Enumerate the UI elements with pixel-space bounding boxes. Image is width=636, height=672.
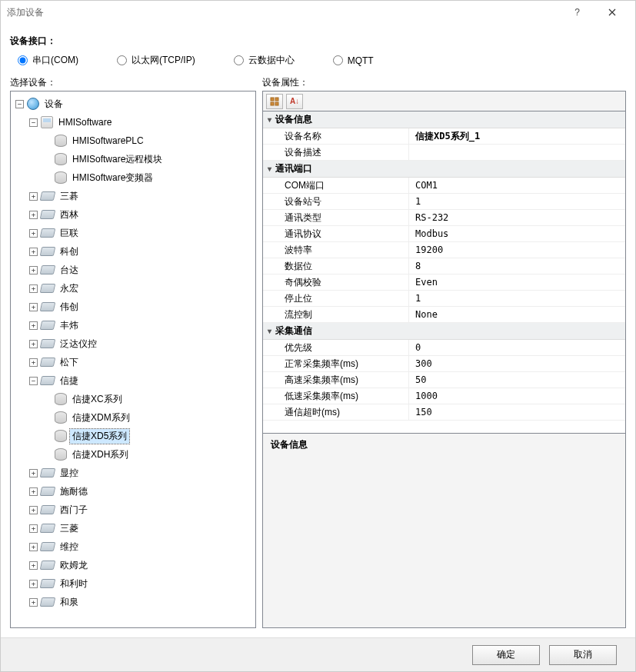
property-row[interactable]: 高速采集频率(ms)50 — [263, 372, 625, 388]
property-row[interactable]: 优先级0 — [263, 340, 625, 356]
tree-vendor[interactable]: +伟创 — [12, 298, 254, 316]
expand-icon[interactable]: + — [29, 524, 38, 533]
expand-icon[interactable]: + — [29, 321, 38, 330]
expand-icon[interactable]: + — [29, 580, 38, 588]
radio-com-input[interactable] — [18, 55, 28, 65]
expand-icon[interactable]: + — [29, 248, 38, 256]
property-value[interactable]: Even — [409, 277, 625, 288]
property-value[interactable]: Modbus — [409, 228, 625, 239]
property-value[interactable]: 0 — [409, 342, 625, 353]
tree-vendor[interactable]: +西门子 — [12, 501, 254, 519]
expand-icon[interactable]: + — [29, 469, 38, 477]
property-row[interactable]: 设备站号1 — [263, 194, 625, 210]
alphabetical-button[interactable]: A↓ — [286, 94, 303, 109]
tree-xinje-child[interactable]: 信捷XD5系列 — [12, 427, 254, 445]
tree-vendor[interactable]: +三菱 — [12, 519, 254, 537]
help-button[interactable]: ? — [560, 1, 594, 24]
category-device-info[interactable]: ▾设备信息 — [263, 111, 625, 128]
chevron-down-icon[interactable]: ▾ — [263, 165, 275, 173]
ok-button[interactable]: 确定 — [472, 645, 540, 665]
tree-hmi[interactable]: −HMISoftware — [12, 113, 254, 131]
tree-xinje-child[interactable]: 信捷XDH系列 — [12, 445, 254, 464]
tree-vendor[interactable]: +施耐德 — [12, 482, 254, 501]
expand-icon[interactable]: + — [29, 543, 38, 551]
expand-icon[interactable]: + — [29, 284, 38, 293]
tree-vendor[interactable]: +巨联 — [12, 224, 254, 242]
tree-xinje[interactable]: −信捷 — [12, 371, 254, 390]
tree-vendor[interactable]: +松下 — [12, 353, 254, 371]
tree-vendor[interactable]: +泛达仪控 — [12, 334, 254, 353]
property-row[interactable]: 通讯类型RS-232 — [263, 210, 625, 226]
tree-vendor[interactable]: +三碁 — [12, 187, 254, 205]
property-row[interactable]: COM端口COM1 — [263, 178, 625, 194]
expand-icon[interactable]: + — [29, 303, 38, 311]
collapse-icon[interactable]: − — [29, 118, 38, 127]
property-value[interactable]: RS-232 — [409, 212, 625, 223]
property-value[interactable]: 1000 — [409, 391, 625, 401]
radio-tcp-input[interactable] — [117, 55, 127, 65]
radio-cloud[interactable]: 云数据中心 — [234, 54, 295, 67]
property-value[interactable]: 1 — [409, 196, 625, 207]
tree-vendor[interactable]: +永宏 — [12, 279, 254, 298]
property-row[interactable]: 流控制None — [263, 307, 625, 323]
tree-vendor[interactable]: +显控 — [12, 464, 254, 482]
property-value[interactable]: 19200 — [409, 245, 625, 255]
tree-xinje-child[interactable]: 信捷XC系列 — [12, 390, 254, 408]
property-grid[interactable]: ▾设备信息设备名称信捷XD5系列_1设备描述▾通讯端口COM端口COM1设备站号… — [262, 111, 626, 434]
device-tree[interactable]: −设备−HMISoftwareHMISoftwarePLCHMISoftware… — [10, 91, 256, 628]
tree-vendor[interactable]: +和利时 — [12, 574, 254, 593]
collapse-icon[interactable]: − — [15, 100, 24, 108]
property-row[interactable]: 数据位8 — [263, 258, 625, 274]
property-value[interactable]: 8 — [409, 261, 625, 271]
category-comm-port[interactable]: ▾通讯端口 — [263, 161, 625, 178]
expand-icon[interactable]: + — [29, 340, 38, 348]
close-button[interactable] — [594, 1, 629, 24]
cancel-button[interactable]: 取消 — [549, 645, 617, 665]
property-row[interactable]: 通信超时(ms)150 — [263, 404, 625, 421]
tree-xinje-child[interactable]: 信捷XDM系列 — [12, 408, 254, 427]
property-value[interactable]: 300 — [409, 358, 625, 369]
tree-vendor[interactable]: +和泉 — [12, 593, 254, 611]
tree-hmi-child[interactable]: HMISoftware远程模块 — [12, 150, 254, 168]
property-value[interactable]: 150 — [409, 407, 625, 418]
tree-vendor[interactable]: +西林 — [12, 205, 254, 224]
expand-icon[interactable]: + — [29, 487, 38, 496]
radio-mqtt-input[interactable] — [333, 55, 343, 65]
property-row[interactable]: 停止位1 — [263, 291, 625, 307]
collapse-icon[interactable]: − — [29, 377, 38, 385]
tree-vendor[interactable]: +科创 — [12, 242, 254, 261]
tree-hmi-child[interactable]: HMISoftwarePLC — [12, 131, 254, 150]
expand-icon[interactable]: + — [29, 229, 38, 238]
tree-vendor[interactable]: +丰炜 — [12, 316, 254, 334]
property-value[interactable]: 1 — [409, 293, 625, 304]
expand-icon[interactable]: + — [29, 266, 38, 274]
radio-cloud-input[interactable] — [234, 55, 244, 65]
tree-hmi-child[interactable]: HMISoftware变频器 — [12, 168, 254, 187]
property-row[interactable]: 通讯协议Modbus — [263, 226, 625, 242]
tree-vendor[interactable]: +台达 — [12, 261, 254, 279]
property-row[interactable]: 低速采集频率(ms)1000 — [263, 388, 625, 404]
property-row[interactable]: 波特率19200 — [263, 242, 625, 258]
property-row[interactable]: 设备名称信捷XD5系列_1 — [263, 128, 625, 145]
category-polling[interactable]: ▾采集通信 — [263, 323, 625, 340]
property-row[interactable]: 奇偶校验Even — [263, 274, 625, 291]
property-value[interactable]: None — [409, 309, 625, 320]
tree-vendor[interactable]: +维控 — [12, 537, 254, 556]
chevron-down-icon[interactable]: ▾ — [263, 327, 275, 335]
radio-tcp[interactable]: 以太网(TCP/IP) — [117, 54, 195, 67]
property-row[interactable]: 正常采集频率(ms)300 — [263, 356, 625, 372]
expand-icon[interactable]: + — [29, 598, 38, 607]
radio-com[interactable]: 串口(COM) — [18, 54, 78, 67]
categorized-button[interactable] — [266, 94, 283, 109]
expand-icon[interactable]: + — [29, 192, 38, 201]
expand-icon[interactable]: + — [29, 506, 38, 514]
tree-root[interactable]: −设备 — [12, 95, 254, 113]
chevron-down-icon[interactable]: ▾ — [263, 115, 275, 124]
property-value[interactable]: 信捷XD5系列_1 — [409, 130, 625, 143]
expand-icon[interactable]: + — [29, 358, 38, 367]
radio-mqtt[interactable]: MQTT — [333, 54, 374, 67]
property-value[interactable]: 50 — [409, 374, 625, 385]
tree-vendor[interactable]: +欧姆龙 — [12, 556, 254, 574]
expand-icon[interactable]: + — [29, 561, 38, 570]
expand-icon[interactable]: + — [29, 211, 38, 219]
